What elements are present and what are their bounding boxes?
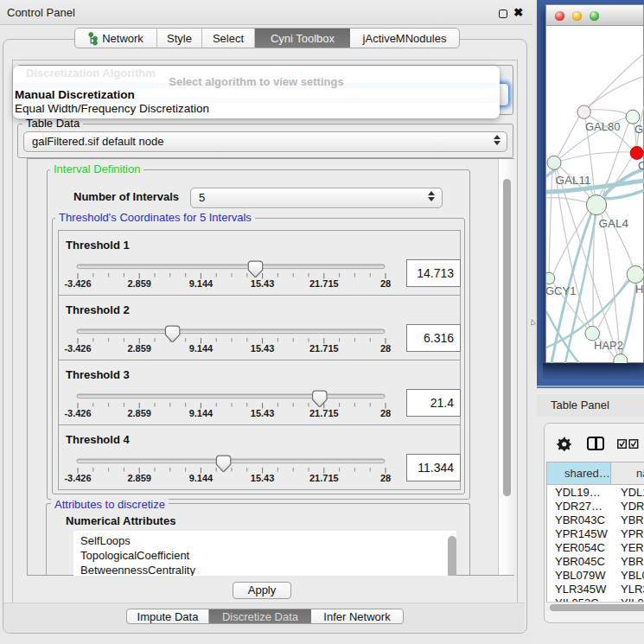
svg-text:GAL4: GAL4 — [599, 217, 629, 230]
svg-text:15.43: 15.43 — [251, 343, 275, 354]
svg-text:2.859: 2.859 — [127, 278, 151, 289]
svg-text:H: H — [635, 283, 643, 296]
svg-text:-3.426: -3.426 — [64, 473, 91, 483]
svg-text:9.144: 9.144 — [189, 343, 214, 354]
svg-text:C: C — [638, 159, 644, 172]
svg-text:9.144: 9.144 — [189, 278, 214, 289]
svg-text:15.43: 15.43 — [251, 278, 275, 289]
svg-text:21.715: 21.715 — [309, 343, 339, 354]
svg-text:28: 28 — [380, 473, 391, 483]
svg-text:HAP2: HAP2 — [594, 339, 623, 352]
svg-text:2.859: 2.859 — [127, 343, 151, 354]
svg-text:-3.426: -3.426 — [64, 343, 91, 354]
svg-text:21.715: 21.715 — [309, 408, 339, 418]
svg-text:GAL80: GAL80 — [585, 120, 620, 133]
svg-text:28: 28 — [380, 408, 391, 418]
svg-text:GAL11: GAL11 — [556, 174, 591, 187]
svg-text:GA: GA — [634, 123, 644, 136]
svg-text:-3.426: -3.426 — [64, 278, 91, 289]
svg-text:9.144: 9.144 — [189, 408, 214, 418]
svg-text:28: 28 — [380, 343, 391, 354]
svg-text:2.859: 2.859 — [127, 473, 151, 483]
svg-text:-3.426: -3.426 — [64, 408, 91, 418]
svg-text:21.715: 21.715 — [309, 278, 339, 289]
svg-text:9.144: 9.144 — [189, 473, 214, 483]
svg-text:GCY1: GCY1 — [546, 284, 576, 297]
svg-text:15.43: 15.43 — [251, 473, 275, 483]
svg-text:28: 28 — [380, 278, 391, 289]
svg-text:15.43: 15.43 — [251, 408, 275, 418]
svg-text:2.859: 2.859 — [127, 408, 151, 418]
svg-text:21.715: 21.715 — [309, 473, 339, 483]
